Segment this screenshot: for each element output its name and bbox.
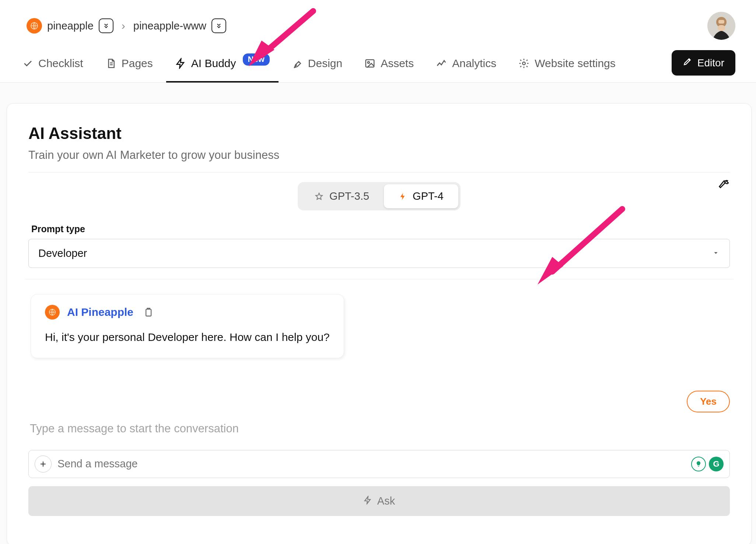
prompt-type-label: Prompt type — [31, 224, 730, 234]
editor-button-label: Editor — [697, 57, 724, 69]
wrench-icon — [717, 178, 730, 190]
assistant-message-text: Hi, it's your personal Developer here. H… — [45, 329, 330, 345]
lightning-icon — [399, 192, 407, 200]
new-badge: New — [243, 53, 270, 66]
tab-website-settings[interactable]: Website settings — [517, 50, 617, 82]
svg-point-7 — [523, 62, 526, 65]
page-dropdown-button[interactable] — [211, 18, 226, 33]
breadcrumb-page[interactable]: pineapple-www — [133, 20, 206, 32]
message-input-container: + G — [28, 450, 730, 478]
assistant-avatar-icon — [45, 305, 60, 320]
tab-ai-buddy[interactable]: AI Buddy New — [174, 50, 271, 82]
model-label: GPT-4 — [413, 190, 444, 202]
tab-pages[interactable]: Pages — [104, 50, 154, 82]
breadcrumb-site[interactable]: pineapple — [47, 20, 94, 32]
grammarly-tone-button[interactable] — [691, 457, 706, 471]
svg-point-6 — [368, 62, 370, 63]
page-subtitle: Train your own AI Marketer to grow your … — [28, 149, 730, 172]
svg-rect-4 — [718, 25, 725, 31]
tab-label: Pages — [122, 57, 153, 70]
check-icon — [22, 58, 33, 69]
site-dropdown-button[interactable] — [99, 18, 113, 33]
image-icon — [364, 58, 375, 69]
tab-label: Design — [308, 57, 342, 70]
suggestion-yes-button[interactable]: Yes — [687, 391, 730, 412]
message-input[interactable] — [57, 458, 685, 470]
prompt-type-value: Developer — [38, 247, 87, 259]
svg-rect-9 — [146, 309, 151, 316]
tab-design[interactable]: Design — [290, 50, 344, 82]
analytics-icon — [436, 58, 447, 69]
editor-button[interactable]: Editor — [672, 50, 735, 76]
assistant-name: AI Pineapple — [67, 306, 133, 318]
ai-assistant-card: AI Assistant Train your own AI Marketer … — [7, 103, 752, 544]
ask-button[interactable]: Ask — [28, 486, 730, 516]
chevron-double-down-icon — [215, 22, 223, 29]
ask-label: Ask — [377, 495, 395, 507]
model-segmented-control: GPT-3.5 GPT-4 — [298, 182, 461, 210]
assistant-message: AI Pineapple Hi, it's your personal Deve… — [31, 294, 344, 358]
user-avatar[interactable] — [707, 12, 735, 40]
conversation-hint: Type a message to start the conversation — [30, 422, 728, 435]
tab-checklist[interactable]: Checklist — [21, 50, 85, 82]
model-label: GPT-3.5 — [329, 190, 369, 202]
prompt-type-select[interactable]: Developer — [28, 239, 730, 268]
plus-icon: + — [40, 458, 46, 470]
tab-label: Assets — [381, 57, 414, 70]
lightning-icon — [363, 495, 372, 507]
pencil-icon — [683, 57, 692, 69]
grammarly-button[interactable]: G — [709, 457, 724, 471]
tab-label: Checklist — [38, 57, 83, 70]
model-option-gpt4[interactable]: GPT-4 — [384, 184, 458, 208]
svg-rect-3 — [718, 20, 724, 24]
tab-label: Website settings — [535, 57, 616, 70]
tab-label: AI Buddy — [191, 57, 236, 70]
breadcrumb-separator-icon: › — [119, 20, 127, 32]
site-logo-icon — [27, 18, 42, 34]
pen-nib-icon — [292, 58, 303, 69]
tab-analytics[interactable]: Analytics — [434, 50, 498, 82]
star-icon — [315, 192, 323, 201]
yes-label: Yes — [700, 396, 717, 407]
caret-down-icon — [712, 247, 720, 259]
model-option-gpt35[interactable]: GPT-3.5 — [300, 184, 384, 208]
page-title: AI Assistant — [28, 124, 730, 143]
lightbulb-icon — [695, 460, 702, 468]
lightning-icon — [175, 58, 186, 69]
chevron-double-down-icon — [102, 22, 110, 29]
clipboard-icon — [143, 307, 153, 317]
copy-button[interactable] — [143, 307, 153, 317]
main-tabs: Checklist Pages AI Buddy New Design As — [21, 50, 617, 82]
attach-button[interactable]: + — [35, 456, 52, 472]
page-icon — [105, 58, 116, 69]
gear-icon — [518, 58, 529, 69]
assistant-settings-button[interactable] — [717, 178, 730, 192]
breadcrumb: pineapple › pineapple-www — [27, 18, 226, 34]
tab-label: Analytics — [452, 57, 496, 70]
tab-assets[interactable]: Assets — [363, 50, 415, 82]
svg-rect-5 — [366, 60, 374, 67]
grammarly-g-icon: G — [713, 459, 719, 469]
